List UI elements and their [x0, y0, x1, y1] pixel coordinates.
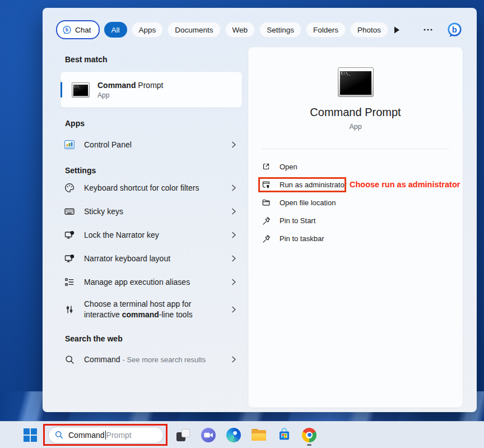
- microsoft-store-icon: [277, 428, 291, 442]
- result-label: Sticky keys: [84, 206, 231, 217]
- pin-icon: [262, 216, 271, 225]
- file-explorer-button[interactable]: [252, 428, 266, 442]
- chevron-right-icon: [231, 356, 236, 363]
- detail-title: Command Prompt: [248, 106, 463, 119]
- file-explorer-icon: [252, 429, 266, 441]
- result-label: Keyboard shortcut for color filters: [84, 183, 231, 193]
- best-match-result-command-prompt[interactable]: C:\_ Command Prompt App: [61, 72, 242, 108]
- running-indicator: [307, 444, 311, 446]
- chevron-right-icon: [231, 279, 236, 285]
- keyboard-icon: [64, 206, 75, 217]
- teams-chat-icon: [201, 428, 216, 442]
- taskbar-search-input[interactable]: CommandPrompt: [48, 427, 164, 444]
- chrome-button[interactable]: [302, 428, 317, 442]
- search-web-header: Search the web: [56, 333, 242, 344]
- svg-text:b: b: [66, 27, 68, 33]
- taskbar: CommandPrompt: [0, 421, 484, 448]
- filter-tab-photos[interactable]: Photos: [350, 22, 388, 38]
- result-label: Narrator keyboard layout: [84, 253, 231, 264]
- results-column: Best match C:\_ Command Prompt App Apps: [56, 54, 242, 371]
- annotation-text: Choose run as administrator: [350, 180, 460, 189]
- taskbar-icons: [176, 428, 317, 442]
- search-icon: [64, 354, 75, 365]
- filter-tab-all[interactable]: All: [104, 22, 127, 38]
- settings-header: Settings: [56, 165, 242, 176]
- result-web-search-command[interactable]: Command - See more search results: [56, 348, 242, 371]
- result-color-filters[interactable]: Keyboard shortcut for color filters: [56, 176, 242, 200]
- narrator-icon: [64, 229, 75, 241]
- filter-tab-web[interactable]: Web: [225, 22, 255, 38]
- action-label: Open file location: [280, 198, 336, 207]
- list-settings-icon: [64, 276, 75, 288]
- action-label: Pin to Start: [280, 216, 315, 225]
- result-label: Control Panel: [84, 140, 231, 150]
- result-narrator-keyboard-layout[interactable]: Narrator keyboard layout: [56, 247, 242, 270]
- detail-subtitle: App: [248, 123, 463, 131]
- chevron-right-icon: [231, 232, 236, 238]
- selection-accent-bar: [61, 82, 62, 98]
- filter-bar: b Chat All Apps Documents Web Settings F…: [56, 21, 462, 38]
- chevron-right-icon: [231, 208, 236, 215]
- svg-text:b: b: [452, 25, 457, 34]
- narrator-icon: [64, 253, 75, 264]
- chevron-right-icon: [231, 306, 236, 313]
- action-pin-to-start[interactable]: Pin to Start: [248, 211, 463, 229]
- play-icon[interactable]: [394, 26, 400, 34]
- best-match-title: Command Prompt: [97, 81, 163, 90]
- open-external-icon: [262, 162, 271, 171]
- search-typed-text: Command: [68, 431, 105, 440]
- result-terminal-host-app[interactable]: Choose a terminal host app forinteractiv…: [56, 294, 242, 325]
- action-list: Open Run as administrator Open file loca…: [248, 158, 463, 247]
- result-label: Manage app execution aliases: [84, 277, 231, 288]
- result-lock-narrator-key[interactable]: Lock the Narrator key: [56, 223, 242, 247]
- bing-chat-icon: b: [62, 25, 72, 35]
- edge-button[interactable]: [226, 428, 241, 442]
- result-label: Choose a terminal host app forinteractiv…: [84, 299, 231, 320]
- start-button[interactable]: [24, 428, 37, 442]
- chevron-right-icon: [231, 141, 236, 148]
- result-label: Lock the Narrator key: [84, 230, 231, 241]
- command-prompt-icon: C:\_: [72, 82, 90, 98]
- action-label: Pin to taskbar: [280, 234, 324, 243]
- filter-tab-documents[interactable]: Documents: [167, 22, 220, 38]
- filter-tab-apps[interactable]: Apps: [132, 22, 164, 38]
- search-flyout-panel: b Chat All Apps Documents Web Settings F…: [43, 8, 477, 412]
- filter-tab-settings[interactable]: Settings: [259, 22, 301, 38]
- task-view-button[interactable]: [176, 428, 190, 442]
- chat-button[interactable]: b Chat: [56, 20, 100, 39]
- bing-logo-icon[interactable]: b: [447, 22, 462, 38]
- result-control-panel[interactable]: Control Panel: [56, 133, 242, 156]
- chrome-icon: [302, 428, 317, 442]
- windows-logo-icon: [24, 428, 30, 435]
- color-filters-icon: [64, 182, 75, 193]
- chevron-right-icon: [231, 255, 236, 262]
- folder-icon: [262, 198, 271, 207]
- text-cursor: [105, 431, 106, 440]
- result-label: Command - See more search results: [84, 354, 231, 365]
- annotation-box-run-as-admin: [258, 177, 346, 192]
- edge-icon: [226, 428, 241, 442]
- apps-header: Apps: [56, 118, 242, 129]
- pin-icon: [262, 234, 271, 243]
- best-match-subtitle: App: [97, 91, 163, 99]
- sliders-icon: [64, 304, 75, 315]
- detail-pane: C:\_ Command Prompt App Open Run as admi…: [248, 47, 463, 408]
- microsoft-store-button[interactable]: [277, 428, 291, 442]
- action-label: Open: [280, 163, 297, 171]
- divider: [262, 149, 449, 149]
- filter-tab-folders[interactable]: Folders: [306, 22, 346, 38]
- best-match-header: Best match: [56, 54, 242, 65]
- result-sticky-keys[interactable]: Sticky keys: [56, 200, 242, 223]
- action-pin-to-taskbar[interactable]: Pin to taskbar: [248, 229, 463, 247]
- search-suggestion-text: Prompt: [106, 431, 132, 440]
- control-panel-icon: [64, 139, 75, 150]
- search-icon: [54, 430, 64, 440]
- action-open-file-location[interactable]: Open file location: [248, 193, 463, 211]
- teams-chat-button[interactable]: [201, 428, 216, 442]
- command-prompt-large-icon: C:\_: [248, 47, 463, 97]
- action-open[interactable]: Open: [248, 158, 463, 175]
- more-options-icon[interactable]: [424, 29, 432, 31]
- chevron-right-icon: [231, 184, 236, 191]
- chat-label: Chat: [75, 26, 91, 34]
- result-app-execution-aliases[interactable]: Manage app execution aliases: [56, 270, 242, 294]
